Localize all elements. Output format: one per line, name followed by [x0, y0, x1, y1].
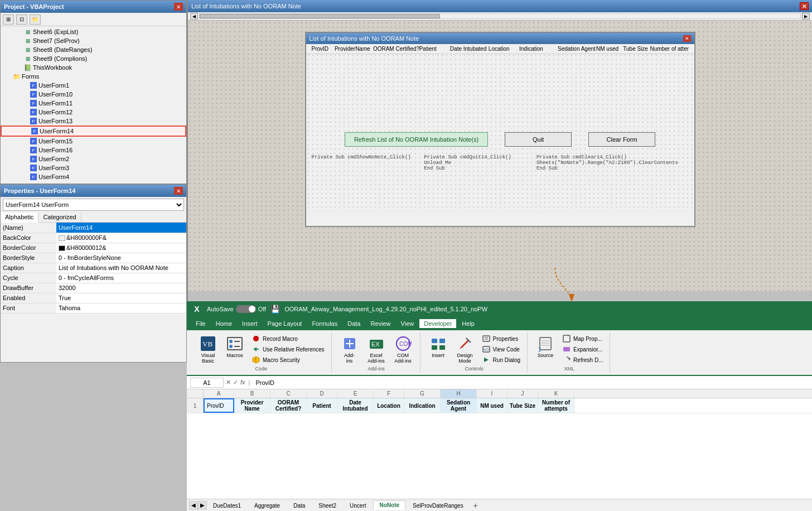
menu-insert[interactable]: Insert: [238, 319, 262, 328]
menu-help[interactable]: Help: [457, 319, 479, 328]
sheet-tab-aggregate[interactable]: Aggregate: [248, 501, 286, 510]
ribbon-design-mode-button[interactable]: DesignMode: [453, 334, 477, 365]
tree-item-forms-folder[interactable]: 📁 Forms: [1, 72, 186, 81]
scroll-left-btn[interactable]: ◀: [190, 13, 198, 20]
save-icon[interactable]: 💾: [270, 305, 280, 314]
ribbon-macros-button[interactable]: Macros: [223, 334, 247, 359]
tree-item-sheet9[interactable]: ▦ Sheet9 (Complions): [1, 54, 186, 63]
ribbon-add-ins-button[interactable]: Add-ins: [337, 334, 362, 365]
formula-cross-icon[interactable]: ✕: [226, 379, 231, 386]
cell-j1[interactable]: Tube Size: [508, 398, 538, 413]
col-header-k[interactable]: K: [538, 389, 574, 398]
ribbon-properties-button[interactable]: Properties: [480, 334, 523, 344]
col-header-b[interactable]: B: [234, 389, 270, 398]
ribbon-expansion-packs-button[interactable]: Expansior...: [560, 344, 605, 354]
menu-data[interactable]: Data: [343, 319, 365, 328]
ribbon-excel-add-ins-button[interactable]: EX ExcelAdd-ins: [364, 334, 389, 365]
cell-d1[interactable]: Patient: [307, 398, 337, 413]
col-header-j[interactable]: J: [508, 389, 538, 398]
menu-review[interactable]: Review: [366, 319, 395, 328]
quit-button[interactable]: Quit: [505, 132, 572, 147]
vba-toolbar-btn-3[interactable]: 📁: [30, 15, 41, 25]
col-header-e[interactable]: E: [337, 389, 374, 398]
tree-item-sheet6[interactable]: ▦ Sheet6 (ExpList): [1, 27, 186, 36]
formula-fx-icon[interactable]: fx: [240, 379, 245, 386]
prop-value-name[interactable]: UserForm14: [56, 223, 186, 233]
next-sheet-button[interactable]: ▶: [198, 501, 207, 510]
clear-form-button[interactable]: Clear Form: [588, 132, 655, 147]
tree-item-userform14[interactable]: F UserForm14: [1, 126, 186, 137]
horizontal-scrollbar[interactable]: [199, 13, 801, 19]
sheet-tab-duedates[interactable]: DueDates1: [207, 501, 247, 510]
tree-item-userform10[interactable]: F UserForm10: [1, 90, 186, 99]
cell-i1[interactable]: NM used: [477, 398, 508, 413]
tree-item-sheet8[interactable]: ▦ Sheet8 (DateRanges): [1, 45, 186, 54]
prop-value-cycle[interactable]: 0 - fmCycleAllForms: [56, 273, 186, 283]
autosave-toggle[interactable]: [236, 305, 256, 313]
ribbon-use-relative-button[interactable]: Use Relative References: [249, 344, 327, 354]
prop-value-enabled[interactable]: True: [56, 293, 186, 303]
tree-item-userform12[interactable]: F UserForm12: [1, 108, 186, 117]
ribbon-com-add-ins-button[interactable]: COM COMAdd-ins: [391, 334, 415, 365]
ribbon-macro-security-button[interactable]: ! Macro Security: [249, 355, 327, 365]
cell-e1[interactable]: Date Intubated: [337, 398, 374, 413]
tree-item-userform4[interactable]: F UserForm4: [1, 172, 186, 181]
cell-a1[interactable]: ProvID: [204, 398, 234, 413]
ribbon-view-code-button[interactable]: </> View Code: [480, 344, 523, 354]
cell-b1[interactable]: Provider Name: [234, 398, 270, 413]
ribbon-record-macro-button[interactable]: Record Macro: [249, 334, 327, 344]
tree-item-userform15[interactable]: F UserForm15: [1, 137, 186, 146]
properties-dropdown[interactable]: UserForm14 UserForm: [3, 199, 184, 211]
cell-c1[interactable]: OORAM Certified?: [270, 398, 307, 413]
cell-h1[interactable]: Sedation Agent: [441, 398, 477, 413]
col-header-c[interactable]: C: [270, 389, 307, 398]
cell-k1[interactable]: Number of attempts: [538, 398, 574, 413]
prop-value-caption[interactable]: List of Intubations with No OORAM Note: [56, 263, 186, 273]
vba-toolbar-btn-2[interactable]: ⊡: [16, 15, 27, 25]
cell-reference-box[interactable]: A1: [190, 378, 224, 388]
formula-check-icon[interactable]: ✓: [233, 379, 238, 386]
tree-item-userform11[interactable]: F UserForm11: [1, 99, 186, 108]
tab-alphabetic[interactable]: Alphabetic: [1, 213, 38, 223]
tree-item-userform1[interactable]: F UserForm1: [1, 81, 186, 90]
prev-sheet-button[interactable]: ◀: [189, 501, 198, 510]
sheet-tab-data[interactable]: Data: [287, 501, 311, 510]
prop-value-backcolor[interactable]: &H8000000F&: [56, 233, 186, 243]
col-header-d[interactable]: D: [307, 389, 337, 398]
ribbon-source-button[interactable]: Source: [533, 334, 558, 359]
tab-categorized[interactable]: Categorized: [38, 213, 81, 222]
col-header-h[interactable]: H: [441, 389, 477, 398]
prop-value-font[interactable]: Tahoma: [56, 303, 186, 313]
col-header-g[interactable]: G: [404, 389, 441, 398]
sheet-tab-sheet2[interactable]: Sheet2: [312, 501, 342, 510]
tree-item-userform3[interactable]: F UserForm3: [1, 163, 186, 172]
cell-g1[interactable]: Indication: [404, 398, 441, 413]
ribbon-map-properties-button[interactable]: Map Prop...: [560, 334, 605, 344]
scroll-right-btn[interactable]: ▶: [802, 13, 810, 20]
menu-view[interactable]: View: [397, 319, 419, 328]
vba-project-close-button[interactable]: ✕: [174, 3, 183, 11]
prop-value-drawbuffer[interactable]: 32000: [56, 283, 186, 293]
properties-close-button[interactable]: ✕: [174, 187, 183, 195]
tree-item-thisworkbook[interactable]: 📗 ThisWorkbook: [1, 63, 186, 72]
tree-item-userform16[interactable]: F UserForm16: [1, 146, 186, 155]
ribbon-refresh-d-button[interactable]: Refresh D...: [560, 355, 605, 365]
formula-input[interactable]: ProvID: [253, 378, 809, 388]
sheet-tab-nonote[interactable]: NoNote: [373, 500, 405, 510]
menu-developer[interactable]: Developer: [419, 319, 456, 328]
editor-close-button[interactable]: ✕: [800, 2, 809, 10]
ribbon-visual-basic-button[interactable]: VB VisualBasic: [196, 334, 220, 365]
tree-item-userform2[interactable]: F UserForm2: [1, 155, 186, 163]
menu-formulas[interactable]: Formulas: [307, 319, 342, 328]
ribbon-run-dialog-button[interactable]: Run Dialog: [480, 355, 523, 365]
prop-value-borderstyle[interactable]: 0 - fmBorderStyleNone: [56, 253, 186, 263]
menu-page-layout[interactable]: Page Layout: [263, 319, 307, 328]
col-header-f[interactable]: F: [374, 389, 404, 398]
col-header-i[interactable]: I: [477, 389, 508, 398]
col-header-a[interactable]: A: [204, 389, 234, 398]
tree-item-userform13[interactable]: F UserForm13: [1, 117, 186, 126]
scrollbar-thumb[interactable]: [200, 14, 440, 18]
form-close-btn[interactable]: ✕: [683, 35, 691, 42]
tree-item-sheet7[interactable]: ▦ Sheet7 (SelProv): [1, 36, 186, 45]
prop-value-bordercolor[interactable]: &H80000012&: [56, 243, 186, 253]
